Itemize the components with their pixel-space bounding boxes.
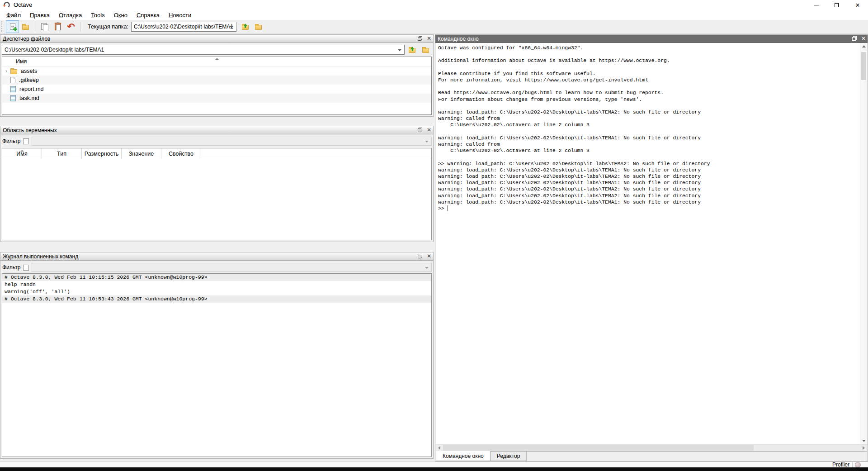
profiler-status-icon[interactable] — [855, 462, 861, 468]
file-row[interactable]: ›assets — [2, 67, 431, 76]
history-panel: Журнал выполненных команд ✕ Фильтр # Oct… — [0, 252, 434, 459]
workspace-titlebar[interactable]: Область переменных ✕ — [0, 126, 433, 134]
workspace-title: Область переменных — [3, 127, 57, 133]
vertical-scrollbar[interactable] — [860, 43, 867, 444]
file-list-header[interactable]: Имя — [2, 57, 431, 67]
file-browser-sync-button[interactable] — [420, 45, 432, 55]
file-browser-path-combobox[interactable]: C:/Users/u202-02/Desktop/it-labs/TEMA1 — [2, 45, 405, 55]
scrollbar-thumb[interactable] — [861, 52, 866, 80]
scroll-down-icon[interactable] — [862, 440, 866, 442]
window-titlebar[interactable]: Octave ✕ — [0, 0, 868, 10]
file-browser-up-button[interactable] — [406, 45, 418, 55]
workspace-column-5[interactable]: Свойство — [161, 148, 201, 159]
menu-label-accel: Ф — [6, 12, 11, 19]
menu-edit[interactable]: Правка — [25, 11, 54, 19]
profiler-toggle[interactable]: Profiler — [832, 461, 849, 468]
paste-icon — [55, 23, 61, 30]
file-row[interactable]: report.md — [2, 85, 431, 94]
window-bottom-edge — [0, 467, 868, 471]
workspace-column-1[interactable]: Имя — [2, 148, 42, 159]
workspace-table: ИмяТипРазмерностьЗначениеСвойство — [2, 148, 432, 240]
history-title: Журнал выполненных команд — [3, 253, 78, 260]
close-panel-icon[interactable]: ✕ — [861, 36, 866, 41]
workspace-column-4[interactable]: Значение — [122, 148, 161, 159]
terminal-prompt-line: >> — [438, 205, 860, 212]
history-entry[interactable]: warning('off', 'all') — [2, 288, 431, 295]
menu-help[interactable]: Справка — [132, 11, 164, 19]
restore-icon — [835, 3, 839, 7]
new-script-button[interactable] — [6, 21, 19, 33]
copy-button[interactable] — [38, 21, 51, 33]
file-row[interactable]: task.md — [2, 94, 431, 103]
blankfile-icon — [10, 77, 15, 83]
terminal-line: For information about changes from previ… — [438, 96, 860, 103]
undock-panel-icon[interactable] — [418, 36, 422, 41]
terminal-line: Please contribute if you find this softw… — [438, 71, 860, 77]
menu-tools[interactable]: Tools — [86, 11, 109, 19]
scroll-right-icon[interactable] — [863, 446, 865, 450]
undock-panel-icon[interactable] — [418, 254, 422, 258]
toolbar-drag-handle[interactable] — [1, 21, 4, 32]
main-area: Диспетчер файлов ✕ C:/Users/u202-02/Desk… — [0, 33, 868, 461]
terminal-line: warning: called from — [438, 115, 860, 122]
history-entry[interactable]: # Octave 8.3.0, Wed Feb 11 10:15:15 2026… — [2, 274, 431, 281]
menu-label-post: ools — [94, 12, 105, 19]
restore-button[interactable] — [826, 0, 847, 10]
menu-label-post: овости — [173, 12, 191, 19]
close-panel-icon[interactable]: ✕ — [427, 36, 431, 41]
command-window-panel: Командное окно ✕ Octave was configured f… — [435, 34, 868, 461]
workspace-column-3[interactable]: Размерность — [82, 148, 122, 159]
history-entry[interactable]: help randn — [2, 281, 431, 288]
file-row[interactable]: .gitkeep — [2, 76, 431, 85]
workspace-filter-combobox[interactable] — [32, 137, 432, 146]
window-title: Octave — [14, 1, 32, 8]
menu-file[interactable]: Файл — [2, 11, 25, 19]
terminal-line: C:\Users\u202-02\.octaverc at line 2 col… — [438, 147, 860, 154]
close-button[interactable]: ✕ — [847, 0, 868, 10]
file-browser-titlebar[interactable]: Диспетчер файлов ✕ — [0, 35, 433, 43]
close-panel-icon[interactable]: ✕ — [427, 254, 431, 258]
minimize-icon — [814, 5, 819, 5]
expand-chevron-icon[interactable]: › — [2, 68, 10, 74]
scroll-left-icon[interactable] — [438, 446, 440, 450]
directory-up-button[interactable] — [239, 21, 251, 33]
tab-command-window[interactable]: Командное окно — [436, 451, 491, 461]
history-entry[interactable]: # Octave 8.3.0, Wed Feb 11 10:53:43 2026… — [2, 295, 431, 303]
tab-editor[interactable]: Редактор — [491, 452, 527, 461]
undo-button[interactable]: ↶ — [65, 21, 77, 33]
terminal-line — [438, 51, 860, 57]
scrollbar-thumb[interactable] — [443, 445, 754, 451]
file-browser-title: Диспетчер файлов — [3, 36, 50, 42]
history-titlebar[interactable]: Журнал выполненных команд ✕ — [0, 252, 433, 261]
close-panel-icon[interactable]: ✕ — [427, 128, 431, 132]
menu-label-accel: П — [30, 12, 34, 19]
workspace-column-2[interactable]: Тип — [42, 148, 82, 159]
scroll-up-icon[interactable] — [862, 45, 866, 48]
toolbar: ↶ Текущая папка: C:\Users\u202-02\Deskto… — [0, 20, 868, 33]
undock-panel-icon[interactable] — [418, 128, 422, 132]
workspace-filter-checkbox[interactable] — [23, 138, 29, 144]
terminal-line: warning: load_path: C:\Users\u202-02\Des… — [438, 193, 860, 199]
browse-directory-button[interactable] — [252, 21, 264, 33]
minimize-button[interactable] — [806, 0, 826, 10]
history-filter-combobox[interactable] — [32, 263, 432, 272]
terminal-output[interactable]: Octave was configured for "x86_64-w64-mi… — [436, 43, 860, 444]
menu-news[interactable]: Новости — [164, 11, 196, 19]
folder-icon — [10, 69, 17, 74]
menu-window[interactable]: Окно — [109, 11, 132, 19]
current-folder-combobox[interactable]: C:\Users\u202-02\Desktop\it-labs\TEMA1 — [131, 22, 236, 32]
paste-button[interactable] — [52, 21, 64, 33]
horizontal-scrollbar[interactable] — [436, 444, 867, 451]
current-folder-label: Текущая папка: — [88, 24, 128, 30]
open-folder-icon — [22, 25, 29, 30]
command-window-titlebar[interactable]: Командное окно ✕ — [435, 35, 868, 43]
terminal-line: warning: load_path: C:\Users\u202-02\Des… — [438, 135, 860, 141]
undock-panel-icon[interactable] — [852, 36, 857, 41]
terminal-line: For more information, visit https://www.… — [438, 77, 860, 83]
terminal-line: warning: called from — [438, 141, 860, 147]
menu-debug[interactable]: Отладка — [54, 11, 86, 19]
history-filter-checkbox[interactable] — [23, 265, 29, 271]
history-filter-label: Фильтр — [2, 264, 20, 271]
open-file-button[interactable] — [19, 21, 32, 33]
menu-label-post: правка — [141, 12, 160, 19]
